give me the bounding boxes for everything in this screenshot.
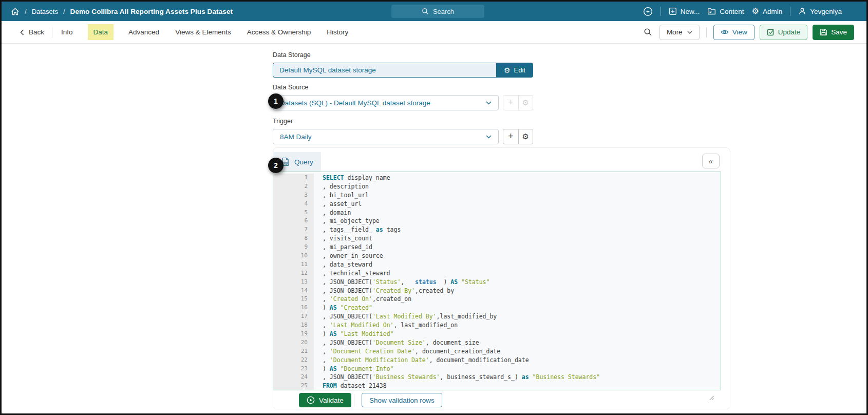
user-menu-button[interactable]: Yevgeniya bbox=[798, 7, 842, 15]
data-source-row: Datasets (SQL) - Default MySQL dataset s… bbox=[273, 95, 533, 110]
code-text: , 'Created On',created_on bbox=[314, 295, 411, 304]
tab-data[interactable]: Data bbox=[88, 24, 114, 40]
code-text: , JSON_OBJECT('Business Stewards', busin… bbox=[314, 373, 600, 382]
code-text: SELECT display_name bbox=[314, 174, 390, 182]
line-number: 24 bbox=[273, 373, 314, 382]
line-number: 7 bbox=[273, 225, 314, 234]
new-menu-button[interactable]: New... bbox=[669, 7, 700, 15]
code-line: 20, JSON_OBJECT('Document Size', documen… bbox=[273, 338, 721, 347]
annotation-step-2: 2 bbox=[268, 158, 284, 173]
sql-code-editor[interactable]: 1SELECT display_name2, description3, bi_… bbox=[273, 172, 721, 390]
validate-button[interactable]: Validate bbox=[299, 393, 351, 407]
top-navbar: / Datasets / Demo Collibra All Reporting… bbox=[2, 2, 866, 21]
line-number: 12 bbox=[273, 269, 314, 278]
code-line: 7, tags__field_ as tags bbox=[273, 225, 721, 234]
data-storage-field[interactable]: Default MySQL dataset storage bbox=[273, 63, 496, 78]
line-number: 4 bbox=[273, 200, 314, 209]
tab-access-ownership[interactable]: Access & Ownership bbox=[246, 24, 312, 40]
code-line: 5, domain bbox=[273, 209, 721, 217]
trigger-settings-button[interactable]: ⚙ bbox=[518, 129, 533, 144]
user-icon bbox=[798, 7, 806, 15]
content-menu-label: Content bbox=[720, 8, 744, 15]
line-number: 25 bbox=[273, 382, 314, 390]
global-search-button[interactable]: Search bbox=[391, 5, 484, 18]
check-square-icon bbox=[767, 28, 775, 36]
add-trigger-button[interactable]: + bbox=[503, 129, 518, 144]
search-icon bbox=[422, 8, 429, 15]
data-source-tools: + ⚙ bbox=[503, 95, 533, 110]
code-line: 24, JSON_OBJECT('Business Stewards', bus… bbox=[273, 373, 721, 382]
code-text: , tags__field_ as tags bbox=[314, 225, 401, 234]
trigger-label: Trigger bbox=[273, 118, 533, 125]
line-number: 11 bbox=[273, 260, 314, 269]
tab-history[interactable]: History bbox=[326, 24, 349, 40]
trigger-tools: + ⚙ bbox=[503, 129, 533, 144]
save-floppy-icon bbox=[820, 28, 827, 36]
code-line: 22, 'Document Modification Date', docume… bbox=[273, 356, 721, 365]
breadcrumb-datasets-link[interactable]: Datasets bbox=[32, 8, 58, 15]
admin-menu-button[interactable]: ⚙ Admin bbox=[752, 7, 783, 15]
code-text: , bi_tool_url bbox=[314, 191, 369, 200]
update-button[interactable]: Update bbox=[760, 25, 808, 40]
data-source-label: Data Source bbox=[273, 84, 533, 91]
code-line: 12, technical_steward bbox=[273, 269, 721, 278]
main-content: Data Storage Default MySQL dataset stora… bbox=[2, 44, 866, 413]
more-button-label: More bbox=[667, 28, 683, 36]
code-line: 25FROM dataset_21438 bbox=[273, 382, 721, 390]
search-icon[interactable] bbox=[644, 28, 652, 36]
edit-storage-button[interactable]: ⚙ Edit bbox=[496, 63, 533, 78]
code-text: , 'Document Creation Date', document_cre… bbox=[314, 347, 500, 356]
home-icon[interactable] bbox=[11, 7, 20, 16]
code-line: 18, 'Last Modified On', last_modified_on bbox=[273, 321, 721, 330]
line-number: 9 bbox=[273, 243, 314, 252]
code-text: ) AS "Last Modified" bbox=[314, 330, 394, 338]
breadcrumb-separator: / bbox=[25, 8, 27, 15]
line-number: 2 bbox=[273, 182, 314, 191]
code-text: , visits_count bbox=[314, 234, 372, 243]
back-label: Back bbox=[29, 28, 44, 36]
dataset-form: Data Storage Default MySQL dataset stora… bbox=[273, 51, 533, 152]
code-text: ) AS "Document Info" bbox=[314, 365, 394, 373]
resize-handle-icon[interactable] bbox=[708, 394, 714, 401]
view-button[interactable]: View bbox=[713, 25, 754, 40]
code-text: , asset_url bbox=[314, 200, 362, 209]
chevron-down-icon bbox=[486, 101, 492, 105]
app-window: / Datasets / Demo Collibra All Reporting… bbox=[0, 0, 868, 415]
code-line: 4, asset_url bbox=[273, 200, 721, 209]
line-number: 13 bbox=[273, 278, 314, 287]
line-number: 8 bbox=[273, 234, 314, 243]
code-text: , JSON_OBJECT('Created By',created_by bbox=[314, 287, 454, 295]
code-text: , domain bbox=[314, 209, 351, 217]
eye-icon bbox=[721, 29, 729, 35]
code-line: 11, data_steward bbox=[273, 260, 721, 269]
folder-icon bbox=[707, 7, 716, 15]
data-source-select[interactable]: Datasets (SQL) - Default MySQL dataset s… bbox=[273, 95, 499, 110]
sparkle-circle-icon[interactable] bbox=[643, 7, 653, 16]
query-tab-label: Query bbox=[294, 158, 313, 166]
code-line: 10, owner_in_source bbox=[273, 252, 721, 260]
tab-views-elements[interactable]: Views & Elements bbox=[174, 24, 232, 40]
line-number: 14 bbox=[273, 287, 314, 295]
code-text: , JSON_OBJECT('Status', status ) AS "Sta… bbox=[314, 278, 489, 287]
code-text: , 'Last Modified On', last_modified_on bbox=[314, 321, 458, 330]
trigger-select[interactable]: 8AM Daily bbox=[273, 129, 499, 144]
collapse-panel-button[interactable]: « bbox=[702, 154, 720, 168]
content-menu-button[interactable]: Content bbox=[707, 7, 744, 15]
back-button[interactable]: Back bbox=[20, 28, 44, 36]
line-number: 19 bbox=[273, 330, 314, 338]
line-number: 6 bbox=[273, 217, 314, 225]
save-button[interactable]: Save bbox=[813, 25, 854, 40]
page-title: Demo Collibra All Reporting Assets Plus … bbox=[70, 8, 233, 15]
code-text: , mi_parsed_id bbox=[314, 243, 372, 252]
tab-advanced[interactable]: Advanced bbox=[127, 24, 160, 40]
code-line: 14, JSON_OBJECT('Created By',created_by bbox=[273, 287, 721, 295]
code-text: , technical_steward bbox=[314, 269, 390, 278]
code-text: FROM dataset_21438 bbox=[314, 382, 387, 390]
code-line: 16) AS "Created" bbox=[273, 304, 721, 312]
code-text: , 'Document Modification Date', document… bbox=[314, 356, 529, 365]
show-validation-rows-button[interactable]: Show validation rows bbox=[362, 393, 442, 407]
tab-info[interactable]: Info bbox=[60, 24, 74, 40]
more-button[interactable]: More bbox=[659, 25, 700, 40]
user-name-label: Yevgeniya bbox=[810, 8, 842, 15]
code-line: 17, JSON_OBJECT('Last Modified By',last_… bbox=[273, 312, 721, 321]
